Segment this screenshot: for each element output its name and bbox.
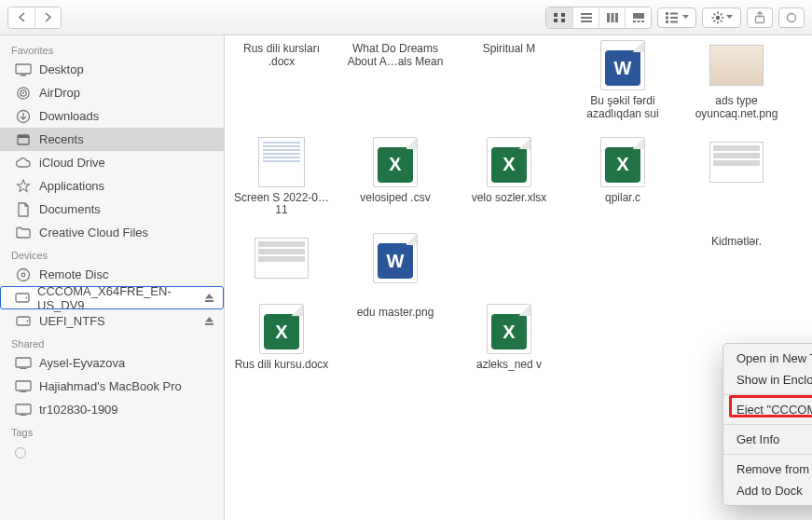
file-item[interactable]: Spiritual M (458, 39, 560, 121)
svg-rect-31 (16, 64, 31, 74)
svg-point-39 (18, 268, 30, 281)
ctx-show-in-enclosing[interactable]: Show in Enclosing Folder (723, 369, 812, 390)
file-item[interactable]: Xqpilar.c (571, 136, 674, 218)
file-thumb: X (589, 136, 656, 188)
ctx-open-new-tab[interactable]: Open in New Tab (723, 348, 812, 369)
svg-rect-7 (607, 13, 610, 22)
sidebar-item-fav-4[interactable]: iCloud Drive (0, 151, 224, 174)
ctx-get-info[interactable]: Get Info (723, 429, 812, 450)
file-item[interactable]: WBu şəkil fərdi azadlıqdan sui (571, 39, 674, 121)
file-name: Rus dili kursları .docx (230, 43, 333, 69)
file-item[interactable] (458, 232, 560, 288)
back-button[interactable] (8, 7, 34, 28)
eject-icon[interactable] (204, 293, 214, 303)
file-name: Rus dili kursu.docx (235, 359, 329, 372)
nav-buttons (7, 7, 62, 29)
section-favorites: Favorites (0, 39, 224, 58)
file-name: Bu şəkil fərdi azadlıqdan sui (571, 95, 674, 121)
view-icon-button[interactable] (546, 7, 572, 28)
svg-line-26 (720, 20, 722, 21)
sidebar-item-dev-2[interactable]: UEFI_NTFS (0, 309, 224, 333)
svg-rect-48 (21, 368, 27, 369)
action-button[interactable] (702, 7, 741, 28)
file-name: Kidmətlər. (711, 236, 762, 249)
chevron-down-icon (682, 15, 689, 20)
svg-point-35 (22, 92, 24, 94)
file-item[interactable]: edu master.png (344, 303, 447, 372)
sidebar-item-label: UEFI_NTFS (39, 314, 105, 328)
svg-rect-0 (554, 13, 557, 17)
file-item[interactable] (685, 136, 788, 218)
group-by-button[interactable] (657, 7, 696, 28)
sidebar-item-label: Downloads (39, 109, 99, 123)
svg-rect-50 (21, 391, 27, 392)
ctx-eject[interactable]: Eject "CCCOMA_X64FRE_EN-US_DV9" (723, 399, 812, 420)
sidebar-item-fav-7[interactable]: Creative Cloud Files (0, 221, 224, 244)
view-gallery-button[interactable] (625, 7, 651, 28)
sidebar-item-sh-2[interactable]: tr102830-1909 (0, 398, 224, 421)
tags-button[interactable] (778, 7, 805, 28)
sidebar-item-fav-5[interactable]: Applications (0, 174, 224, 198)
sidebar-item-dev-1[interactable]: CCCOMA_X64FRE_EN-US_DV9 (0, 286, 224, 309)
svg-rect-52 (21, 415, 27, 416)
file-item[interactable]: Xa,velosiped .csv (344, 136, 447, 218)
svg-rect-3 (561, 19, 565, 22)
file-item[interactable] (571, 232, 674, 288)
ctx-remove-sidebar[interactable]: Remove from Sidebar (723, 458, 812, 480)
recents-icon (15, 131, 32, 148)
svg-rect-4 (581, 13, 592, 15)
file-name: ads type oyuncaq.net.png (685, 95, 788, 121)
svg-point-42 (26, 297, 28, 299)
file-browser[interactable]: Rus dili kursları .docxWhat Do Dreams Ab… (225, 35, 812, 520)
svg-rect-13 (641, 21, 644, 22)
file-item[interactable]: Xvelo sozler.xlsx (458, 136, 560, 218)
ctx-add-to-dock[interactable]: Add to Dock (723, 480, 812, 501)
file-item[interactable]: W (344, 232, 447, 288)
view-column-button[interactable] (599, 7, 625, 28)
sidebar-item-fav-0[interactable]: Desktop (0, 58, 224, 81)
file-item[interactable]: ads type oyuncaq.net.png (685, 39, 788, 121)
sidebar-item-fav-6[interactable]: Documents (0, 198, 224, 221)
view-list-button[interactable] (572, 7, 599, 28)
sidebar-item-fav-3[interactable]: Recents (0, 128, 224, 151)
file-name: velo sozler.xlsx (472, 192, 547, 205)
file-item[interactable] (230, 232, 333, 288)
file-thumb: Xa, (362, 136, 429, 188)
file-item[interactable]: Xazleks_ned v (458, 303, 560, 372)
svg-point-20 (715, 15, 719, 19)
tag-icon (786, 12, 797, 23)
context-menu: Open in New Tab Show in Enclosing Folder… (723, 343, 812, 506)
svg-rect-38 (18, 135, 29, 138)
sidebar-item-sh-0[interactable]: Aysel-Eyvazova (0, 351, 224, 375)
forward-button[interactable] (34, 7, 61, 28)
remote-computer-icon (15, 402, 32, 418)
sidebar-item-fav-2[interactable]: Downloads (0, 104, 224, 128)
eject-icon[interactable] (204, 316, 214, 326)
sidebar-item-label: Desktop (39, 62, 84, 76)
file-item[interactable]: Screen S 2022-0…11 (230, 136, 333, 218)
svg-rect-16 (666, 21, 668, 23)
sidebar-item-label: Aysel-Eyvazova (39, 356, 125, 370)
drive-icon (15, 313, 32, 330)
sidebar-item-fav-1[interactable]: AirDrop (0, 81, 224, 104)
svg-rect-5 (581, 17, 592, 19)
svg-rect-1 (561, 13, 565, 17)
share-icon (754, 11, 765, 24)
file-item[interactable]: XRus dili kursu.docx (230, 303, 333, 372)
cloud-icon (15, 155, 32, 171)
svg-rect-19 (670, 21, 678, 22)
sidebar-item-label: CCCOMA_X64FRE_EN-US_DV9 (37, 284, 197, 312)
share-button[interactable] (747, 7, 773, 28)
sidebar-item-dev-0[interactable]: Remote Disc (0, 263, 224, 286)
sidebar-item-label: Hajiahmad's MacBook Pro (39, 379, 182, 393)
file-item[interactable]: Rus dili kursları .docx (230, 39, 333, 121)
file-item[interactable]: Kidmətlər. (685, 232, 788, 288)
tag-dot[interactable] (15, 447, 26, 458)
file-name: velosiped .csv (360, 192, 430, 205)
remote-computer-icon (15, 355, 32, 372)
file-item[interactable]: What Do Dreams About A…als Mean (344, 39, 447, 121)
svg-rect-43 (205, 300, 213, 302)
svg-rect-10 (633, 13, 644, 19)
svg-point-30 (788, 13, 796, 21)
sidebar-item-sh-1[interactable]: Hajiahmad's MacBook Pro (0, 375, 224, 398)
